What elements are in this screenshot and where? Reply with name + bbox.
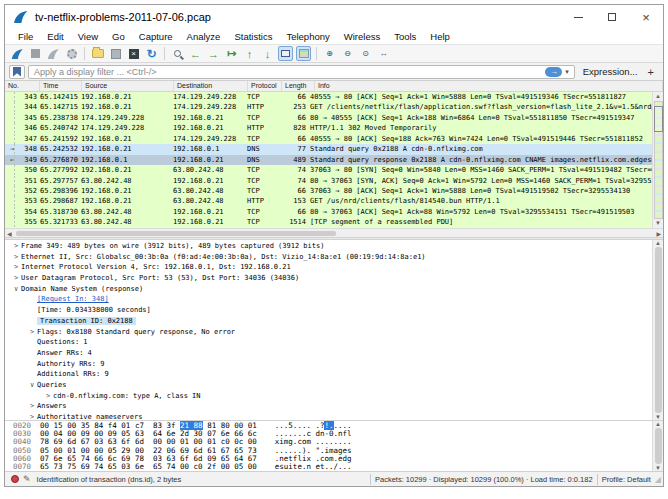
zoom-out-icon[interactable]: ⊖ xyxy=(340,46,355,61)
packet-row-344[interactable]: 34465.142715192.168.0.21174.129.249.228H… xyxy=(5,102,652,112)
profile-label[interactable]: Profile: Default xyxy=(602,475,655,484)
filter-dropdown-icon[interactable]: ▾ xyxy=(562,68,572,76)
column-header-time[interactable]: Time xyxy=(40,81,82,91)
detail-line[interactable]: Transaction ID: 0x2188 xyxy=(5,316,652,327)
detail-line[interactable]: Questions: 1 xyxy=(5,337,652,348)
capture-options-icon[interactable] xyxy=(64,46,79,61)
packet-row-345[interactable]: 34565.238738174.129.249.228192.168.0.21T… xyxy=(5,113,652,123)
hex-row-0070[interactable]: 007065 73 75 69 74 65 03 6e 65 74 00 c0 … xyxy=(5,463,652,471)
detail-line[interactable]: >cdn-0.nflximg.com: type A, class IN xyxy=(5,391,652,402)
menu-capture[interactable]: Capture xyxy=(132,31,180,42)
menu-telephony[interactable]: Telephony xyxy=(279,31,336,42)
menu-analyze[interactable]: Analyze xyxy=(180,31,228,42)
bytes-vertical-scrollbar[interactable]: ▲ ▼ xyxy=(652,421,663,471)
packet-list-vertical-scrollbar[interactable]: ▲ ▼ xyxy=(652,92,663,228)
auto-scroll-icon[interactable] xyxy=(278,46,293,61)
packet-row-350[interactable]: 35065.277992192.168.0.2163.80.242.48TCP7… xyxy=(5,165,652,175)
menu-edit[interactable]: Edit xyxy=(40,31,70,42)
detail-line[interactable]: >Internet Protocol Version 4, Src: 192.1… xyxy=(5,262,652,273)
detail-line[interactable]: >Authoritative nameservers xyxy=(5,412,652,420)
maximize-button[interactable] xyxy=(595,5,629,29)
detail-line[interactable]: >Flags: 0x8180 Standard query response, … xyxy=(5,327,652,338)
scrollbar-thumb[interactable] xyxy=(655,247,662,413)
scroll-down-icon[interactable]: ▼ xyxy=(655,219,661,228)
detail-line[interactable]: ∨Domain Name System (response) xyxy=(5,284,652,295)
packet-row-353[interactable]: 35365.298687192.168.0.2163.80.242.48HTTP… xyxy=(5,196,652,206)
expert-info-icon[interactable]: ✎ xyxy=(23,474,31,484)
go-last-packet-icon[interactable]: ↓ xyxy=(260,46,275,61)
resize-columns-icon[interactable]: ↔ xyxy=(376,46,391,61)
apply-filter-button[interactable]: → xyxy=(545,67,562,77)
scroll-up-icon[interactable]: ▲ xyxy=(655,240,661,246)
restart-capture-icon[interactable] xyxy=(46,46,61,61)
minimize-icon xyxy=(574,17,583,18)
menu-go[interactable]: Go xyxy=(105,31,132,42)
zoom-original-icon[interactable]: ⊙ xyxy=(358,46,373,61)
detail-line[interactable]: >Ethernet II, Src: Globalsc_00:3b:0a (f0… xyxy=(5,252,652,263)
detail-line[interactable]: Additional RRs: 9 xyxy=(5,369,652,380)
save-file-icon[interactable] xyxy=(108,46,123,61)
detail-line[interactable]: >User Datagram Protocol, Src Port: 53 (5… xyxy=(5,273,652,284)
stop-capture-icon[interactable] xyxy=(28,46,43,61)
menu-help[interactable]: Help xyxy=(423,31,457,42)
column-header-info[interactable]: Info xyxy=(315,81,663,91)
packet-row-351[interactable]: 35165.29775763.80.242.48192.168.0.21TCP7… xyxy=(5,176,652,186)
reload-file-icon[interactable]: ↻ xyxy=(144,46,159,61)
start-capture-icon[interactable] xyxy=(10,46,25,61)
detail-line[interactable]: ∨Queries xyxy=(5,380,652,391)
detail-line[interactable]: Answer RRs: 4 xyxy=(5,348,652,359)
packet-row-355[interactable]: 35565.32173363.80.242.48192.168.0.21TCP1… xyxy=(5,217,652,227)
resize-grip[interactable]: ◢ xyxy=(655,475,663,484)
scroll-left-icon[interactable]: ◀ xyxy=(5,230,14,237)
close-button[interactable]: × xyxy=(629,5,663,29)
packet-row-352[interactable]: 35265.298396192.168.0.2163.80.242.48TCP6… xyxy=(5,186,652,196)
packet-row-354[interactable]: 35465.31873063.80.242.48192.168.0.21TCP6… xyxy=(5,207,652,217)
detail-line[interactable]: [Request In: 348] xyxy=(5,294,652,305)
column-header-destination[interactable]: Destination xyxy=(174,81,248,91)
menu-tools[interactable]: Tools xyxy=(387,31,423,42)
menu-view[interactable]: View xyxy=(71,31,105,42)
filter-bookmark-button[interactable] xyxy=(9,65,25,79)
minimize-button[interactable] xyxy=(561,5,595,29)
menu-wireless[interactable]: Wireless xyxy=(337,31,387,42)
menu-statistics[interactable]: Statistics xyxy=(227,31,279,42)
scroll-down-icon[interactable]: ▼ xyxy=(655,465,661,471)
packet-row-347[interactable]: 34765.241592192.168.0.21174.129.249.228T… xyxy=(5,134,652,144)
scrollbar-thumb[interactable] xyxy=(16,231,336,236)
scrollbar-thumb[interactable] xyxy=(655,428,662,464)
packet-row-349[interactable]: ←34965.276870192.168.0.1192.168.0.21DNS4… xyxy=(5,155,652,165)
scroll-up-icon[interactable]: ▲ xyxy=(655,92,661,101)
go-first-packet-icon[interactable]: ↑ xyxy=(242,46,257,61)
detail-line[interactable]: >Frame 349: 489 bytes on wire (3912 bits… xyxy=(5,241,652,252)
packet-row-343[interactable]: 34365.142415192.168.0.21174.129.249.228T… xyxy=(5,92,652,102)
detail-line[interactable]: Authority RRs: 9 xyxy=(5,359,652,370)
expression-button[interactable]: Expression... xyxy=(578,66,643,77)
close-file-icon[interactable]: × xyxy=(126,46,141,61)
packet-row-346[interactable]: 34665.240742174.129.249.228192.168.0.21H… xyxy=(5,123,652,133)
go-forward-icon[interactable]: → xyxy=(206,46,221,61)
capture-status-icon[interactable] xyxy=(11,475,19,483)
zoom-in-icon[interactable]: ⊕ xyxy=(322,46,337,61)
column-header-protocol[interactable]: Protocol xyxy=(248,81,282,91)
packet-list-horizontal-scrollbar[interactable]: ◀ ▶ xyxy=(5,228,663,237)
find-packet-icon[interactable] xyxy=(170,46,185,61)
main-toolbar: × ↻ ← → ↦ ↑ ↓ ⊕ ⊖ ⊙ ↔ xyxy=(5,44,663,63)
detail-line[interactable]: >Answers xyxy=(5,401,652,412)
display-filter-input[interactable]: Apply a display filter ... <Ctrl-/> → ▾ xyxy=(28,65,575,79)
go-back-icon[interactable]: ← xyxy=(188,46,203,61)
column-header-length[interactable]: Length xyxy=(282,81,315,91)
column-header-no[interactable]: No. xyxy=(5,81,40,91)
colorize-icon[interactable] xyxy=(296,46,311,61)
menu-file[interactable]: File xyxy=(11,31,40,42)
scroll-up-icon[interactable]: ▲ xyxy=(655,421,661,427)
details-vertical-scrollbar[interactable]: ▲ ▼ xyxy=(652,240,663,420)
packet-list-minimap[interactable] xyxy=(654,101,663,219)
detail-line[interactable]: [Time: 0.034338000 seconds] xyxy=(5,305,652,316)
column-header-source[interactable]: Source xyxy=(82,81,174,91)
scroll-right-icon[interactable]: ▶ xyxy=(654,230,663,237)
add-filter-button[interactable]: + xyxy=(646,66,659,78)
go-to-packet-icon[interactable]: ↦ xyxy=(224,46,239,61)
scrollbar-thumb[interactable] xyxy=(654,106,663,132)
open-file-icon[interactable] xyxy=(90,46,105,61)
packet-row-348[interactable]: →34865.242532192.168.0.21192.168.0.1DNS7… xyxy=(5,144,652,154)
